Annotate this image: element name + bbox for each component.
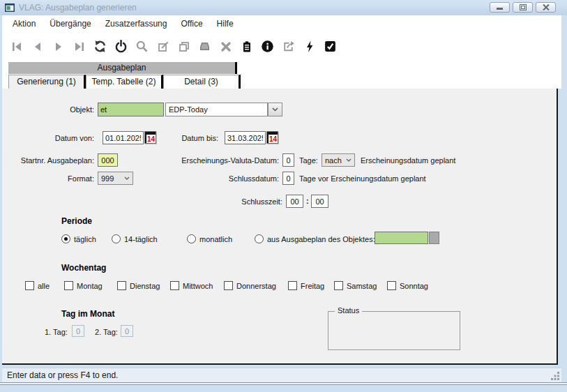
save-drive-button[interactable] xyxy=(197,39,212,54)
tab-temp-tabelle[interactable]: Temp. Tabelle (2) xyxy=(86,75,163,89)
first-record-icon xyxy=(10,40,23,53)
window-title: VLAG: Ausgabeplan generieren xyxy=(19,3,137,13)
chevron-down-icon xyxy=(272,107,278,112)
checkbox-sonntag[interactable]: Sonntag xyxy=(387,280,428,291)
menu-office[interactable]: Office xyxy=(174,17,209,31)
tab-group-ausgabeplan[interactable]: Ausgabeplan xyxy=(8,62,237,74)
objekt-dropdown-button[interactable] xyxy=(268,103,282,116)
radio-taeglich[interactable]: täglich xyxy=(61,234,96,244)
objekt-code-input[interactable] xyxy=(98,103,164,116)
format-select[interactable]: 999 xyxy=(98,172,133,185)
window-bottom-edge[interactable] xyxy=(0,382,567,392)
checkbox-donnerstag[interactable]: Donnerstag xyxy=(224,280,276,291)
edit-button[interactable] xyxy=(156,39,170,54)
menu-aktion[interactable]: Aktion xyxy=(6,17,43,31)
lightning-button[interactable] xyxy=(302,39,317,54)
previous-record-icon xyxy=(31,40,44,53)
radio-monatlich[interactable]: monatlich xyxy=(187,234,232,244)
radio-icon xyxy=(61,234,70,243)
last-record-button[interactable] xyxy=(72,39,86,54)
app-window: VLAG: Ausgabeplan generieren Aktion Über… xyxy=(0,0,567,392)
schlussdatum-input[interactable] xyxy=(282,172,294,185)
checkbox-icon xyxy=(117,281,126,290)
resize-grip[interactable] xyxy=(550,370,560,380)
checkbox-icon xyxy=(288,281,297,290)
valuta-tage-label: Tage: xyxy=(299,156,318,166)
previous-record-button[interactable] xyxy=(30,39,45,54)
power-button[interactable] xyxy=(114,39,128,54)
clipboard-icon xyxy=(241,40,253,53)
checkbox-samstag[interactable]: Samstag xyxy=(334,280,377,291)
checkbox-alle[interactable]: alle xyxy=(25,280,50,291)
confirm-button[interactable] xyxy=(323,39,338,54)
copy-button[interactable] xyxy=(176,39,191,54)
objekt-ref-lookup-button[interactable] xyxy=(429,232,439,244)
chevron-down-icon xyxy=(346,158,351,162)
checkbox-montag[interactable]: Montag xyxy=(64,280,103,291)
last-record-icon xyxy=(73,40,86,53)
toolbar xyxy=(2,31,561,61)
schlussdatum-label: Schlussdatum: xyxy=(204,174,279,184)
next-record-button[interactable] xyxy=(51,39,66,54)
datum-bis-calendar-button[interactable]: 14 xyxy=(266,131,278,144)
menu-hilfe[interactable]: Hilfe xyxy=(210,17,241,31)
minimize-icon xyxy=(497,4,503,10)
search-icon xyxy=(135,40,149,53)
startnr-label: Startnr. Ausgabeplan: xyxy=(15,156,94,166)
info-button[interactable] xyxy=(260,39,275,54)
datum-von-input[interactable] xyxy=(103,131,144,144)
app-icon xyxy=(5,3,15,12)
radio-icon xyxy=(112,234,121,243)
tab-area: Ausgabeplan Generierung (1) Temp. Tabell… xyxy=(2,61,561,89)
tab-detail[interactable]: Detail (3) xyxy=(163,75,241,89)
startnr-input[interactable] xyxy=(98,153,118,167)
checkbox-icon xyxy=(334,281,343,290)
checkbox-icon xyxy=(25,281,34,290)
clipboard-button[interactable] xyxy=(239,39,254,54)
tab-generierung[interactable]: Generierung (1) xyxy=(8,75,86,89)
share-button[interactable] xyxy=(281,39,296,54)
schlusszeit-hours-input[interactable] xyxy=(286,195,303,208)
menu-bar: Aktion Übergänge Zusatzerfassung Office … xyxy=(2,15,561,31)
checkbox-icon xyxy=(224,281,233,290)
close-icon xyxy=(543,4,550,10)
valuta-label: Erscheinungs-Valuta-Datum: xyxy=(159,156,279,166)
edit-icon xyxy=(157,40,169,53)
radio-icon xyxy=(187,234,196,243)
status-groupbox-legend: Status xyxy=(335,306,362,315)
restore-icon xyxy=(520,4,527,10)
checkbox-mittwoch[interactable]: Mittwoch xyxy=(170,280,213,291)
checkbox-icon xyxy=(170,281,179,290)
checkbox-dienstag[interactable]: Dienstag xyxy=(117,280,160,291)
valuta-suffix-label: Erscheinungsdatum geplant xyxy=(361,156,455,166)
tag2-label: 2. Tag: xyxy=(95,327,118,338)
objekt-ref-input[interactable] xyxy=(375,232,428,244)
menu-uebergaenge[interactable]: Übergänge xyxy=(43,17,98,31)
format-label: Format: xyxy=(22,174,94,184)
delete-button[interactable] xyxy=(218,39,233,54)
close-button[interactable] xyxy=(536,2,556,13)
first-record-button[interactable] xyxy=(9,39,24,54)
checkbox-freitag[interactable]: Freitag xyxy=(288,280,324,291)
menu-zusatzerfassung[interactable]: Zusatzerfassung xyxy=(98,17,174,31)
objekt-name-display[interactable]: EDP-Today xyxy=(165,103,268,116)
valuta-mode-select[interactable]: nach xyxy=(322,153,355,167)
search-button[interactable] xyxy=(135,39,149,54)
share-icon xyxy=(282,40,295,53)
datum-bis-input[interactable] xyxy=(225,131,266,144)
next-record-icon xyxy=(52,40,65,53)
datum-von-calendar-button[interactable]: 14 xyxy=(144,131,156,144)
refresh-button[interactable] xyxy=(93,39,107,54)
radio-14-taeglich[interactable]: 14-täglich xyxy=(112,234,158,244)
info-icon xyxy=(261,40,274,53)
restore-button[interactable] xyxy=(513,2,533,13)
tag-im-monat-heading: Tag im Monat xyxy=(61,309,114,319)
periode-heading: Periode xyxy=(61,216,92,226)
valuta-input[interactable] xyxy=(282,153,294,167)
minimize-button[interactable] xyxy=(490,2,510,13)
tag1-label: 1. Tag: xyxy=(45,327,68,338)
schlusszeit-minutes-input[interactable] xyxy=(311,195,328,208)
radio-aus-ausgabeplan[interactable]: aus Ausgabeplan des Objektes: xyxy=(255,234,375,244)
radio-icon xyxy=(255,234,264,243)
schlusszeit-separator: : xyxy=(306,196,309,206)
